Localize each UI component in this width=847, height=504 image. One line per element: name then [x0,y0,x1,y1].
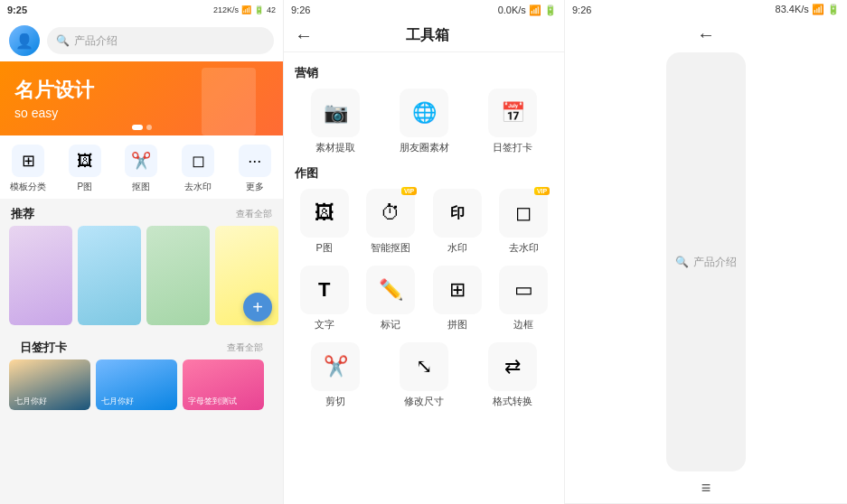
recommend-header: 推荐 查看全部 [0,199,283,226]
panel3-wifi-icon: 📶 [812,4,824,14]
list-icon[interactable]: ≡ [701,479,711,498]
watermark-icon: ◻ [182,145,214,177]
recommend-title: 推荐 [11,206,34,222]
icon-more[interactable]: ··· 更多 [226,145,283,193]
marker-label: 标记 [381,318,400,331]
nav-title: 工具箱 [324,26,532,45]
tool-watermark[interactable]: 印 水印 [428,189,487,255]
template-icon: ⊞ [12,145,44,177]
panel1-top-bar: 👤 🔍 产品介绍 [0,20,283,61]
cutout-icon: ✂️ [125,145,157,177]
panel2-status-icons: 0.0K/s 📶 🔋 [498,5,557,16]
daily-check-title: 日签打卡 [20,340,67,356]
tool-crop[interactable]: ✂️ 剪切 [295,342,376,408]
daily-card-2-text: 七月你好 [101,397,134,406]
watermark2-icon-box: 印 [433,189,482,238]
tool-remove-wm[interactable]: ◻ VIP 去水印 [494,189,554,255]
tool-text[interactable]: T 文字 [295,266,354,331]
dot-2 [146,125,152,130]
recommend-row: + [0,226,283,332]
tool-resize[interactable]: ⤡ 修改尺寸 [383,342,465,408]
smart-cutout-label: 智能抠图 [371,241,410,255]
moments-icon-box: 🌐 [400,89,448,137]
panel1: 9:25 212K/s 📶 🔋 42 👤 🔍 产品介绍 名片设计 so easy… [0,0,283,504]
template-label: 模板分类 [10,181,46,193]
recommend-area: 推荐 查看全部 + 日签打卡 查看全部 七月你好 七月你好 [0,199,283,504]
tool-material[interactable]: 📷 素材提取 [295,89,376,154]
collage-label: 拼图 [447,318,467,331]
p-edit-label: P图 [78,181,93,193]
vip-badge-1: VIP [401,187,417,195]
daily-card-3[interactable]: 字母签到测试 [183,359,264,410]
banner[interactable]: 名片设计 so easy [0,61,283,135]
toolbox-content: 营销 📷 素材提取 🌐 朋友圈素材 📅 日签打卡 作图 🖼 P图 [284,52,564,504]
daily-check-header: 日签打卡 查看全部 [9,332,274,359]
panel3-search-placeholder: 产品介绍 [693,255,737,270]
text-icon-box: T [300,266,349,314]
panel1-status-bar: 9:25 212K/s 📶 🔋 42 [0,0,283,20]
tool-smart-cutout[interactable]: ⏱ VIP 智能抠图 [362,189,421,255]
watermark-label: 去水印 [184,181,212,193]
material-icon-box: 📷 [311,89,360,137]
remove-wm-icon-box: ◻ VIP [499,189,548,238]
search-bar-1[interactable]: 🔍 产品介绍 [47,27,274,54]
icon-template[interactable]: ⊞ 模板分类 [0,145,57,193]
icon-p-edit[interactable]: 🖼 P图 [57,145,114,193]
quick-icons: ⊞ 模板分类 🖼 P图 ✂️ 抠图 ◻ 去水印 ··· 更多 [0,135,283,199]
tool-checkin[interactable]: 📅 日签打卡 [472,89,553,154]
panel2-signal: 0.0K/s [498,5,526,15]
cutout-label: 抠图 [132,181,150,193]
convert-label: 格式转换 [493,395,532,408]
crop-icon-box: ✂️ [311,342,360,391]
signal-text: 212K/s [213,5,239,14]
rec-card-3[interactable] [146,226,210,325]
rec-card-1[interactable] [9,226,72,325]
panel3-search-bar[interactable]: 🔍 产品介绍 [666,52,746,471]
back-button[interactable]: ← [295,25,313,46]
icon-watermark[interactable]: ◻ 去水印 [170,145,227,193]
panel3-battery-icon: 🔋 [827,4,840,14]
panel3-time: 9:26 [572,5,591,15]
battery-icon: 🔋 [254,5,264,14]
panel3: 9:26 83.4K/s 📶 🔋 ← 🔍 产品介绍 ≡ 推荐 热门行业 节日海报… [565,0,847,504]
icon-cutout[interactable]: ✂️ 抠图 [113,145,170,193]
marker-icon-box: ✏️ [366,266,415,314]
frame-label: 边框 [513,318,533,331]
marketing-section-title: 营销 [295,65,553,81]
more-icon: ··· [239,145,271,177]
wifi-icon: 📶 [241,5,251,14]
resize-label: 修改尺寸 [404,395,444,408]
rec-card-2[interactable] [78,226,141,325]
frame-icon-box: ▭ [499,266,548,314]
avatar[interactable]: 👤 [9,25,40,56]
checkin-icon-box: 📅 [488,89,537,137]
tool-frame[interactable]: ▭ 边框 [494,266,554,331]
collage-icon-box: ⊞ [433,266,482,314]
banner-text: 名片设计 so easy [14,77,94,120]
panel3-back-button[interactable]: ← [697,24,715,45]
tool-moments[interactable]: 🌐 朋友圈素材 [383,89,465,154]
search-placeholder-1: 产品介绍 [74,33,118,49]
panel3-status-icons: 83.4K/s 📶 🔋 [776,4,840,15]
create-grid: 🖼 P图 ⏱ VIP 智能抠图 印 水印 ◻ VIP 去水印 [295,189,553,255]
marketing-grid: 📷 素材提取 🌐 朋友圈素材 📅 日签打卡 [295,89,553,154]
tool-convert[interactable]: ⇄ 格式转换 [472,342,553,408]
tool-pedit[interactable]: 🖼 P图 [295,189,354,255]
tool-collage[interactable]: ⊞ 拼图 [428,266,487,331]
daily-card-1[interactable]: 七月你好 [9,359,90,410]
panel2-battery-icon: 🔋 [544,5,557,15]
search-icon: 🔍 [56,34,70,47]
view-all-link[interactable]: 查看全部 [236,208,272,220]
text-label: 文字 [315,318,334,331]
panel2-wifi-icon: 📶 [529,5,541,15]
banner-figure [202,68,256,135]
dot-1 [132,125,143,130]
tool-marker[interactable]: ✏️ 标记 [362,266,421,331]
daily-card-2[interactable]: 七月你好 [96,359,177,410]
daily-view-all[interactable]: 查看全部 [227,341,263,354]
vip-badge-2: VIP [534,187,550,195]
crop-label: 剪切 [325,395,345,408]
add-button[interactable]: + [243,293,272,322]
remove-wm-label: 去水印 [509,241,539,255]
more-label: 更多 [246,181,264,193]
